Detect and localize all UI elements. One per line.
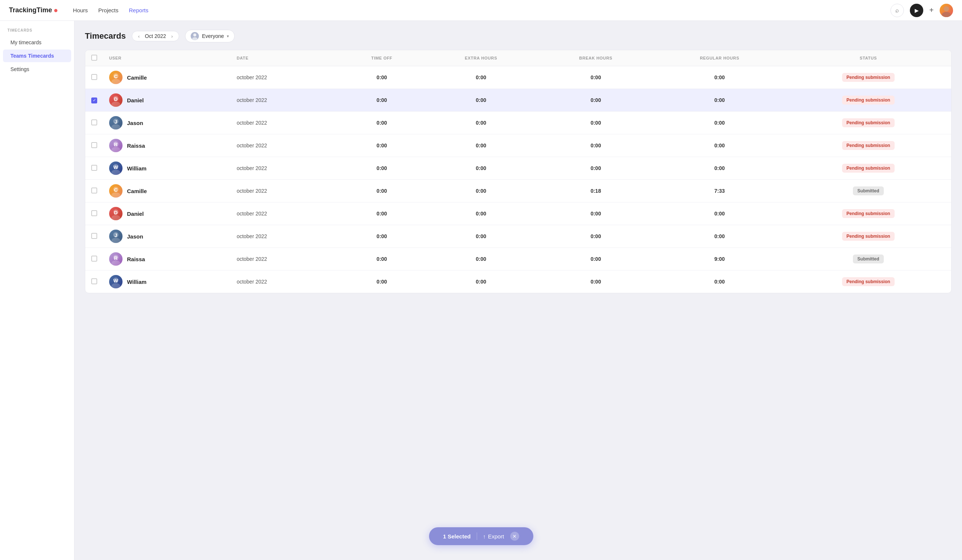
status-cell: Submitted	[786, 180, 951, 203]
sidebar-section-label: TIMECARDS	[0, 28, 74, 35]
row-checkbox-7[interactable]	[91, 210, 97, 216]
row-checkbox-9[interactable]	[91, 256, 97, 262]
svg-text:J: J	[115, 233, 117, 238]
user-name: William	[127, 279, 146, 285]
date-nav[interactable]: ‹ Oct 2022 ›	[132, 31, 179, 41]
app-logo[interactable]: TrackingTime●	[9, 6, 58, 14]
timecards-header: Timecards ‹ Oct 2022 › Everyone ▾	[85, 30, 952, 42]
logo-text: TrackingTime	[9, 6, 52, 14]
svg-point-32	[111, 283, 120, 288]
status-cell: Pending submission	[786, 112, 951, 134]
date-prev-button[interactable]: ‹	[137, 34, 140, 39]
time-off-cell: 0:00	[339, 66, 424, 89]
nav-reports[interactable]: Reports	[129, 6, 148, 15]
row-checkbox-1[interactable]	[91, 74, 97, 80]
nav-hours[interactable]: Hours	[73, 6, 88, 15]
add-button[interactable]: +	[929, 6, 934, 14]
svg-point-23	[111, 215, 120, 220]
select-all-checkbox[interactable]	[91, 55, 97, 61]
user-avatar[interactable]	[939, 4, 953, 17]
user-name: Camille	[127, 74, 147, 81]
table-row: DDanieloctober 20220:000:000:000:00Pendi…	[85, 203, 951, 225]
filter-icon	[191, 32, 199, 40]
everyone-filter[interactable]: Everyone ▾	[185, 30, 235, 42]
col-time-off: TIME OFF	[339, 50, 424, 66]
play-button[interactable]: ▶	[910, 4, 923, 17]
svg-text:W: W	[114, 278, 118, 283]
regular-hours-cell: 0:00	[654, 203, 786, 225]
date-cell: october 2022	[231, 270, 339, 293]
status-cell: Pending submission	[786, 203, 951, 225]
time-off-cell: 0:00	[339, 157, 424, 180]
sidebar-item-my-timecards[interactable]: My timecards	[3, 36, 71, 49]
break-hours-cell: 0:00	[538, 134, 654, 157]
col-regular-hours: REGULAR HOURS	[654, 50, 786, 66]
export-icon: ↑	[483, 533, 486, 539]
search-icon: ⌕	[895, 7, 899, 14]
selected-count: 1 Selected	[443, 533, 470, 539]
user-name: Raissa	[127, 256, 145, 262]
status-cell: Pending submission	[786, 134, 951, 157]
svg-point-26	[111, 238, 120, 243]
table-row: CCamilleoctober 20220:000:000:187:33Subm…	[85, 180, 951, 203]
svg-text:R: R	[114, 255, 118, 261]
extra-hours-cell: 0:00	[424, 89, 538, 112]
regular-hours-cell: 0:00	[654, 157, 786, 180]
status-cell: Pending submission	[786, 89, 951, 112]
extra-hours-cell: 0:00	[424, 66, 538, 89]
row-checkbox-6[interactable]	[91, 188, 97, 193]
extra-hours-cell: 0:00	[424, 225, 538, 248]
timecards-title: Timecards	[85, 31, 126, 41]
table-row: JJasonoctober 20220:000:000:000:00Pendin…	[85, 112, 951, 134]
status-badge: Pending submission	[842, 232, 894, 241]
close-action-bar-button[interactable]: ✕	[510, 532, 519, 541]
sidebar-item-teams-timecards[interactable]: Teams Timecards	[3, 50, 71, 62]
nav-projects[interactable]: Projects	[98, 6, 118, 15]
time-off-cell: 0:00	[339, 112, 424, 134]
svg-text:C: C	[114, 187, 118, 193]
content-area: Timecards ‹ Oct 2022 › Everyone ▾	[74, 21, 962, 560]
chevron-down-icon: ▾	[227, 34, 229, 39]
date-cell: october 2022	[231, 112, 339, 134]
svg-text:W: W	[114, 164, 118, 170]
col-date: DATE	[231, 50, 339, 66]
extra-hours-cell: 0:00	[424, 270, 538, 293]
status-cell: Submitted	[786, 248, 951, 270]
export-button[interactable]: ↑ Export	[483, 533, 504, 539]
col-user: USER	[103, 50, 231, 66]
status-cell: Pending submission	[786, 270, 951, 293]
logo-dot: ●	[53, 6, 58, 14]
row-checkbox-10[interactable]	[91, 278, 97, 284]
break-hours-cell: 0:00	[538, 270, 654, 293]
svg-point-20	[111, 192, 120, 198]
search-button[interactable]: ⌕	[891, 4, 904, 17]
date-next-button[interactable]: ›	[171, 34, 174, 39]
regular-hours-cell: 7:33	[654, 180, 786, 203]
date-cell: october 2022	[231, 225, 339, 248]
user-avatar-jason: J	[109, 230, 123, 243]
user-name: Jason	[127, 120, 143, 126]
timecards-table: USER DATE TIME OFF EXTRA HOURS BREAK HOU…	[85, 50, 952, 293]
svg-point-17	[111, 170, 120, 175]
user-name: Raissa	[127, 143, 145, 149]
status-badge: Pending submission	[842, 277, 894, 286]
row-checkbox-5[interactable]	[91, 165, 97, 171]
status-badge: Submitted	[853, 254, 884, 264]
regular-hours-cell: 0:00	[654, 112, 786, 134]
user-avatar-daniel: D	[109, 207, 123, 220]
svg-point-0	[944, 6, 949, 11]
regular-hours-cell: 0:00	[654, 66, 786, 89]
extra-hours-cell: 0:00	[424, 112, 538, 134]
regular-hours-cell: 9:00	[654, 248, 786, 270]
row-checkbox-2[interactable]: ✓	[91, 98, 97, 103]
status-cell: Pending submission	[786, 66, 951, 89]
regular-hours-cell: 0:00	[654, 270, 786, 293]
break-hours-cell: 0:00	[538, 89, 654, 112]
time-off-cell: 0:00	[339, 225, 424, 248]
status-badge: Pending submission	[842, 118, 894, 127]
row-checkbox-4[interactable]	[91, 142, 97, 148]
row-checkbox-3[interactable]	[91, 119, 97, 126]
regular-hours-cell: 0:00	[654, 89, 786, 112]
row-checkbox-8[interactable]	[91, 233, 97, 239]
sidebar-item-settings[interactable]: Settings	[3, 63, 71, 76]
